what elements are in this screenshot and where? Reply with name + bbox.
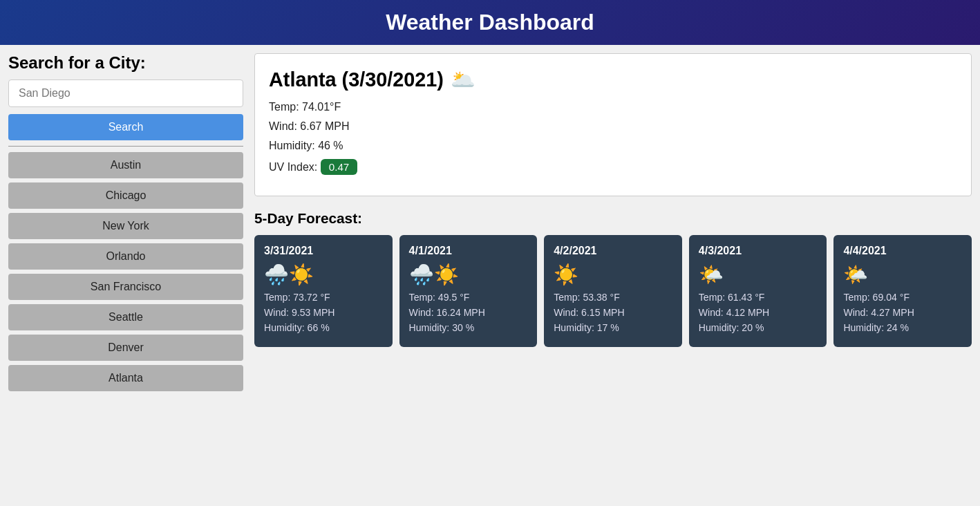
current-humidity: Humidity: 46 % [269,140,957,152]
forecast-humidity-4: Humidity: 20 % [699,322,818,333]
search-button[interactable]: Search [8,114,243,140]
city-button-atlanta[interactable]: Atlanta [8,365,243,391]
forecast-date-2: 4/1/2021 [409,245,528,257]
current-city-title: Atlanta (3/30/2021) 🌥️ [269,68,957,91]
forecast-wind-3: Wind: 6.15 MPH [554,307,672,318]
forecast-day-5: 4/4/2021 🌤️ Temp: 69.04 °F Wind: 4.27 MP… [833,235,972,347]
current-weather-card: Atlanta (3/30/2021) 🌥️ Temp: 74.01°F Win… [254,53,972,196]
main-layout: Search for a City: Search Austin Chicago… [0,45,980,404]
forecast-humidity-2: Humidity: 30 % [409,322,528,333]
forecast-icon-4: 🌤️ [699,263,818,286]
forecast-temp-3: Temp: 53.38 °F [554,292,672,303]
city-button-austin[interactable]: Austin [8,152,243,178]
forecast-humidity-5: Humidity: 24 % [843,322,962,333]
current-uv: UV Index: 0.47 [269,159,957,175]
current-wind: Wind: 6.67 MPH [269,120,957,133]
forecast-date-5: 4/4/2021 [843,245,962,257]
city-list: Austin Chicago New York Orlando San Fran… [8,152,243,395]
city-button-seattle[interactable]: Seattle [8,304,243,330]
current-weather-icon: 🌥️ [451,68,475,91]
forecast-humidity-1: Humidity: 66 % [264,322,383,333]
app-header: Weather Dashboard [0,0,980,45]
uv-badge: 0.47 [321,159,358,175]
forecast-temp-1: Temp: 73.72 °F [264,292,383,303]
forecast-humidity-3: Humidity: 17 % [554,322,672,333]
search-label: Search for a City: [8,53,243,73]
search-input[interactable] [8,79,243,107]
app-title: Weather Dashboard [0,10,980,35]
forecast-date-1: 3/31/2021 [264,245,383,257]
forecast-wind-4: Wind: 4.12 MPH [699,307,818,318]
city-button-denver[interactable]: Denver [8,335,243,361]
city-button-chicago[interactable]: Chicago [8,182,243,209]
sidebar: Search for a City: Search Austin Chicago… [8,53,243,395]
forecast-date-3: 4/2/2021 [554,245,672,257]
city-button-sanfrancisco[interactable]: San Francisco [8,274,243,300]
forecast-day-4: 4/3/2021 🌤️ Temp: 61.43 °F Wind: 4.12 MP… [689,235,827,347]
forecast-section: 5-Day Forecast: 3/31/2021 🌧️☀️ Temp: 73.… [254,210,972,347]
forecast-day-1: 3/31/2021 🌧️☀️ Temp: 73.72 °F Wind: 9.53… [254,235,393,347]
forecast-icon-2: 🌧️☀️ [409,263,528,286]
forecast-wind-2: Wind: 16.24 MPH [409,307,528,318]
forecast-temp-5: Temp: 69.04 °F [843,292,962,303]
forecast-cards: 3/31/2021 🌧️☀️ Temp: 73.72 °F Wind: 9.53… [254,235,972,347]
forecast-wind-5: Wind: 4.27 MPH [843,307,962,318]
forecast-temp-4: Temp: 61.43 °F [699,292,818,303]
main-content: Atlanta (3/30/2021) 🌥️ Temp: 74.01°F Win… [254,53,972,395]
forecast-date-4: 4/3/2021 [699,245,818,257]
current-temp: Temp: 74.01°F [269,101,957,113]
sidebar-divider [8,146,243,147]
forecast-wind-1: Wind: 9.53 MPH [264,307,383,318]
forecast-day-3: 4/2/2021 ☀️ Temp: 53.38 °F Wind: 6.15 MP… [544,235,682,347]
forecast-icon-1: 🌧️☀️ [264,263,383,286]
forecast-icon-3: ☀️ [554,263,672,286]
forecast-icon-5: 🌤️ [843,263,962,286]
city-button-orlando[interactable]: Orlando [8,243,243,270]
forecast-temp-2: Temp: 49.5 °F [409,292,528,303]
current-city-name: Atlanta (3/30/2021) [269,68,444,91]
uv-label: UV Index: [269,161,317,173]
forecast-day-2: 4/1/2021 🌧️☀️ Temp: 49.5 °F Wind: 16.24 … [399,235,538,347]
forecast-title: 5-Day Forecast: [254,210,972,227]
city-button-newyork[interactable]: New York [8,213,243,239]
